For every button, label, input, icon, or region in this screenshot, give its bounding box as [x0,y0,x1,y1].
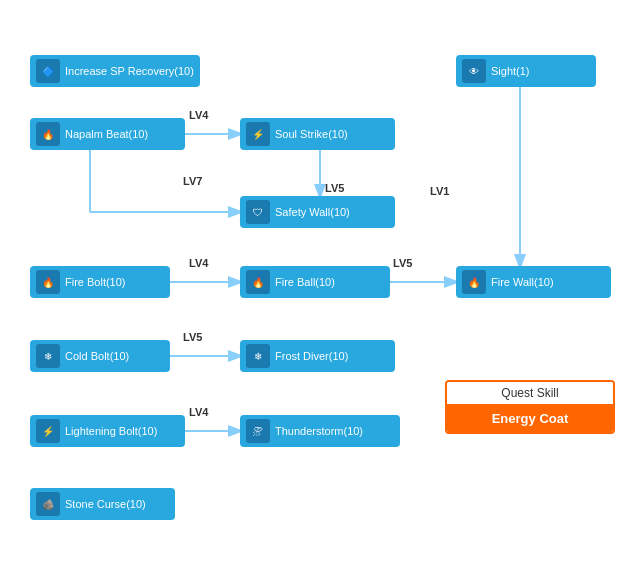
skill-thunderstorm[interactable]: ⛈ Thunderstorm(10) [240,415,400,447]
skill-cold-bolt[interactable]: ❄ Cold Bolt(10) [30,340,170,372]
skill-icon-stone-curse: 🪨 [36,492,60,516]
lv-label-1: LV5 [325,182,344,194]
skill-soul-strike[interactable]: ⚡ Soul Strike(10) [240,118,395,150]
lv-label-5: LV1 [430,185,449,197]
skill-icon-fire-bolt: 🔥 [36,270,60,294]
quest-skill-title: Quest Skill [447,382,613,405]
skill-icon-fire-wall: 🔥 [462,270,486,294]
skill-label-sight: Sight(1) [491,65,530,77]
skill-label-frost-diver: Frost Diver(10) [275,350,348,362]
quest-skill-box: Quest Skill Energy Coat [445,380,615,434]
skill-napalm-beat[interactable]: 🔥 Napalm Beat(10) [30,118,185,150]
quest-skill-item[interactable]: Energy Coat [447,405,613,432]
lv-label-0: LV4 [189,109,208,121]
skill-increase-sp[interactable]: 🔷 Increase SP Recovery(10) [30,55,200,87]
skill-icon-frost-diver: ❄ [246,344,270,368]
skill-label-lightning-bolt: Lightening Bolt(10) [65,425,157,437]
skill-frost-diver[interactable]: ❄ Frost Diver(10) [240,340,395,372]
skill-icon-safety-wall: 🛡 [246,200,270,224]
skill-icon-napalm-beat: 🔥 [36,122,60,146]
lv-label-6: LV5 [183,331,202,343]
skill-fire-bolt[interactable]: 🔥 Fire Bolt(10) [30,266,170,298]
skill-label-fire-wall: Fire Wall(10) [491,276,554,288]
skill-sight[interactable]: 👁 Sight(1) [456,55,596,87]
skill-label-safety-wall: Safety Wall(10) [275,206,350,218]
skill-icon-fire-ball: 🔥 [246,270,270,294]
skill-icon-thunderstorm: ⛈ [246,419,270,443]
skill-icon-lightning-bolt: ⚡ [36,419,60,443]
skill-lightning-bolt[interactable]: ⚡ Lightening Bolt(10) [30,415,185,447]
lv-label-7: LV4 [189,406,208,418]
skill-label-stone-curse: Stone Curse(10) [65,498,146,510]
skill-label-thunderstorm: Thunderstorm(10) [275,425,363,437]
lv-label-3: LV4 [189,257,208,269]
skill-safety-wall[interactable]: 🛡 Safety Wall(10) [240,196,395,228]
skill-label-napalm-beat: Napalm Beat(10) [65,128,148,140]
skill-icon-soul-strike: ⚡ [246,122,270,146]
lv-label-2: LV7 [183,175,202,187]
skill-icon-cold-bolt: ❄ [36,344,60,368]
skill-icon-sight: 👁 [462,59,486,83]
skill-label-cold-bolt: Cold Bolt(10) [65,350,129,362]
skill-stone-curse[interactable]: 🪨 Stone Curse(10) [30,488,175,520]
skill-label-increase-sp: Increase SP Recovery(10) [65,65,194,77]
lv-label-4: LV5 [393,257,412,269]
skill-label-fire-ball: Fire Ball(10) [275,276,335,288]
skill-fire-ball[interactable]: 🔥 Fire Ball(10) [240,266,390,298]
skill-label-soul-strike: Soul Strike(10) [275,128,348,140]
skill-fire-wall[interactable]: 🔥 Fire Wall(10) [456,266,611,298]
skill-icon-increase-sp: 🔷 [36,59,60,83]
skill-label-fire-bolt: Fire Bolt(10) [65,276,126,288]
